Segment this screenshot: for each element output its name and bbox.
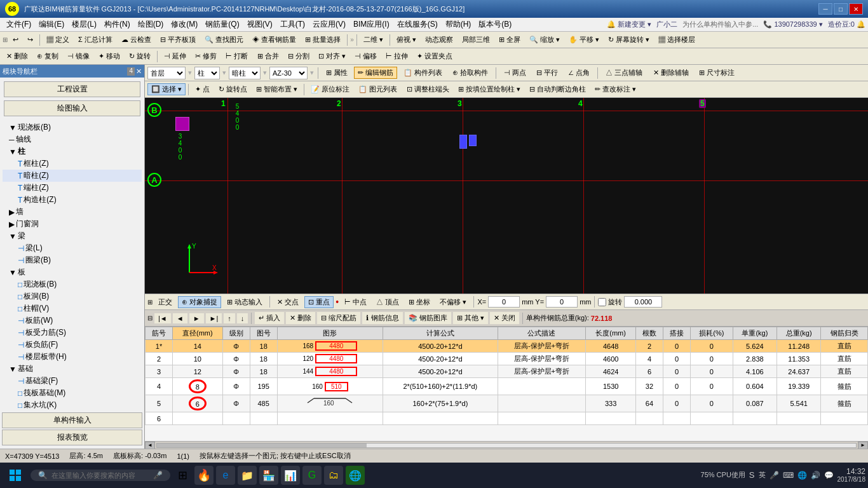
menu-modify[interactable]: 修改(M) — [167, 18, 201, 30]
rotate-input[interactable] — [624, 296, 662, 308]
tree-item-slab2[interactable]: ▼ 板 — [3, 266, 142, 278]
no-offset-btn[interactable]: 不偏移 ▾ — [436, 296, 470, 308]
tree-item-ring-beam[interactable]: ⊣ 圈梁(B) — [3, 254, 142, 266]
properties-btn[interactable]: ⊞ 属性 — [322, 67, 351, 79]
menu-view[interactable]: 视图(V) — [243, 18, 276, 30]
break-btn[interactable]: ⊢ 打断 — [222, 50, 252, 62]
nav-first-btn[interactable]: |◄ — [154, 313, 171, 323]
tree-item-wall[interactable]: ▶ 墙 — [3, 206, 142, 218]
task-app-1[interactable]: ⊞ — [173, 466, 192, 485]
menu-rebar-qty[interactable]: 钢筋量(Q) — [201, 18, 243, 30]
menu-edit[interactable]: 编辑(E) — [35, 18, 68, 30]
rebar-table-container[interactable]: 筋号 直径(mm) 级别 图号 图形 计算公式 公式描述 长度(mm) 根数 搭… — [145, 327, 868, 441]
select-btn[interactable]: 🔲 选择 ▾ — [147, 83, 186, 95]
tree-item-end-col[interactable]: T 端柱(Z) — [3, 182, 142, 194]
close-rebar-btn[interactable]: ✕ 关闭 — [490, 312, 519, 324]
task-app-4[interactable]: 📁 — [238, 466, 257, 485]
point-btn[interactable]: ✦ 点 — [191, 83, 214, 95]
phone-btn[interactable]: 📞 13907298339 ▾ — [763, 20, 822, 29]
point-angle-btn[interactable]: ∠ 点角 — [564, 67, 593, 79]
taskbar-volume-icon[interactable]: 🔊 — [811, 471, 820, 480]
align-slab-btn[interactable]: ⊟ 平齐板顶 — [156, 34, 200, 46]
del-row-btn[interactable]: ✕ 删除 — [286, 312, 315, 324]
table-row-empty[interactable]: 6 — [146, 412, 868, 425]
undo-btn[interactable]: ↩ — [9, 34, 22, 45]
tree-item-struct-col[interactable]: T 构造柱(Z) — [3, 194, 142, 206]
comp-size-select[interactable]: AZ-30 — [269, 67, 308, 79]
insert-btn[interactable]: ↵ 插入 — [255, 312, 284, 324]
task-app-8[interactable]: 🗂 — [324, 466, 343, 485]
single-component-btn[interactable]: 单构件输入 — [2, 412, 142, 428]
canvas-area[interactable]: B A 1 2 3 4 5 5400 3400 Y — [145, 98, 868, 294]
search-input[interactable] — [51, 471, 153, 479]
menu-online[interactable]: 在线服务(S) — [393, 18, 442, 30]
menu-help[interactable]: 帮助(H) — [442, 18, 475, 30]
tree-item-slab[interactable]: ▼ 现浇板(B) — [3, 121, 142, 133]
trim-btn[interactable]: ✂ 修剪 — [191, 50, 220, 62]
dyn-input-btn[interactable]: ⊞ 动态输入 — [223, 296, 266, 308]
close-button[interactable]: ✕ — [849, 3, 863, 15]
dim-label-btn[interactable]: ⊞ 尺寸标注 — [695, 67, 738, 79]
menu-file[interactable]: 文件(F) — [3, 18, 35, 30]
task-app-5[interactable]: 🏪 — [259, 466, 278, 485]
batch-select-btn[interactable]: ⊞ 批量选择 — [301, 34, 344, 46]
zoom-btn[interactable]: 🔍 缩放 ▾ — [526, 34, 564, 46]
cell-diameter[interactable]: 6 — [173, 395, 223, 412]
menu-version[interactable]: 版本号(B) — [475, 18, 515, 30]
edit-rebar-btn[interactable]: ✏ 编辑钢筋 — [354, 67, 397, 79]
tree-item-column[interactable]: ▼ 柱 — [3, 146, 142, 158]
tree-item-pit[interactable]: □ 集水坑(K) — [3, 399, 142, 409]
mirror-btn[interactable]: ⊣ 镜像 — [64, 50, 93, 62]
dynamic-view-btn[interactable]: 动态观察 — [421, 34, 457, 46]
parallel-btn[interactable]: ⊟ 平行 — [532, 67, 562, 79]
inplace-label-btn[interactable]: 📝 原位标注 — [307, 83, 353, 95]
tree-item-raft[interactable]: □ 筏板基础(M) — [3, 387, 142, 399]
restore-button[interactable]: □ — [834, 3, 848, 15]
project-settings-btn[interactable]: 工程设置 — [4, 81, 140, 97]
move-btn[interactable]: ✦ 移动 — [95, 50, 124, 62]
task-app-3[interactable]: e — [216, 466, 235, 485]
stretch-btn[interactable]: ⊢ 拉伸 — [382, 50, 412, 62]
start-button[interactable] — [3, 463, 28, 488]
local-3d-btn[interactable]: 局部三维 — [458, 34, 494, 46]
rotate-point-btn[interactable]: ↻ 旋转点 — [215, 83, 251, 95]
elem-list-btn[interactable]: 📋 图元列表 — [355, 83, 401, 95]
tree-item-hidden-col[interactable]: T 暗柱(Z) — [3, 170, 142, 182]
panel-close-icon[interactable]: ✕ — [136, 67, 142, 76]
nav-next-btn[interactable]: ► — [189, 313, 204, 323]
taskbar-notify-icon[interactable]: 💬 — [824, 471, 834, 480]
redo-btn[interactable]: ↪ — [24, 34, 37, 45]
two-points-btn[interactable]: ⊣ 两点 — [500, 67, 530, 79]
define-btn[interactable]: ▦ 定义 — [43, 34, 73, 46]
del-aux-btn[interactable]: ✕ 删除辅轴 — [649, 67, 693, 79]
cell-diameter[interactable]: 12 — [173, 365, 223, 378]
y-input[interactable] — [546, 296, 578, 308]
2d-btn[interactable]: 二维 ▾ — [360, 34, 387, 46]
search-bar[interactable]: 🔍 🎤 — [31, 470, 170, 481]
menu-cloud[interactable]: 云应用(V) — [309, 18, 349, 30]
comp-type-select[interactable]: 柱 — [194, 67, 220, 79]
tree-item-stress-rebar[interactable]: ⊣ 板受力筋(S) — [3, 327, 142, 339]
tree-item-neg-rebar[interactable]: ⊣ 板负筋(F) — [3, 339, 142, 351]
three-point-aux-btn[interactable]: △ 三点辅轴 — [602, 67, 646, 79]
column-element-2[interactable] — [459, 135, 467, 149]
tree-item-beam[interactable]: ▼ 梁 — [3, 230, 142, 242]
taskbar-keyboard-icon[interactable]: ⌨ — [783, 471, 794, 480]
panel-num[interactable]: 4 — [127, 67, 135, 76]
price-btn[interactable]: 造价豆:0 🔔 — [828, 20, 865, 29]
x-input[interactable] — [488, 296, 520, 308]
fullscreen-btn[interactable]: ⊞ 全屏 — [495, 34, 524, 46]
floor-select[interactable]: 首层 — [147, 67, 186, 79]
comp-list-btn[interactable]: 📋 构件列表 — [400, 67, 446, 79]
report-preview-btn[interactable]: 报表预览 — [2, 430, 142, 445]
rotate-check[interactable] — [598, 298, 606, 306]
place-by-pos-btn[interactable]: ⊞ 按填位置绘制柱 ▾ — [454, 83, 524, 95]
table-row[interactable]: 2 10 Φ 18 120 4480 4500-20+12*d 层高-保护层+弯… — [146, 353, 868, 365]
cloud-check-btn[interactable]: ☁ 云检查 — [118, 34, 155, 46]
find-elem-btn[interactable]: 🔍 查找图元 — [201, 34, 247, 46]
task-app-6[interactable]: 📊 — [281, 466, 300, 485]
scale-rebar-btn[interactable]: ⊟ 缩尺配筋 — [317, 312, 360, 324]
tree-item-opening[interactable]: ▶ 门窗洞 — [3, 218, 142, 230]
offset-btn[interactable]: ⊣ 偏移 — [351, 50, 381, 62]
tree-item-col-cap[interactable]: □ 柱帽(V) — [3, 302, 142, 315]
